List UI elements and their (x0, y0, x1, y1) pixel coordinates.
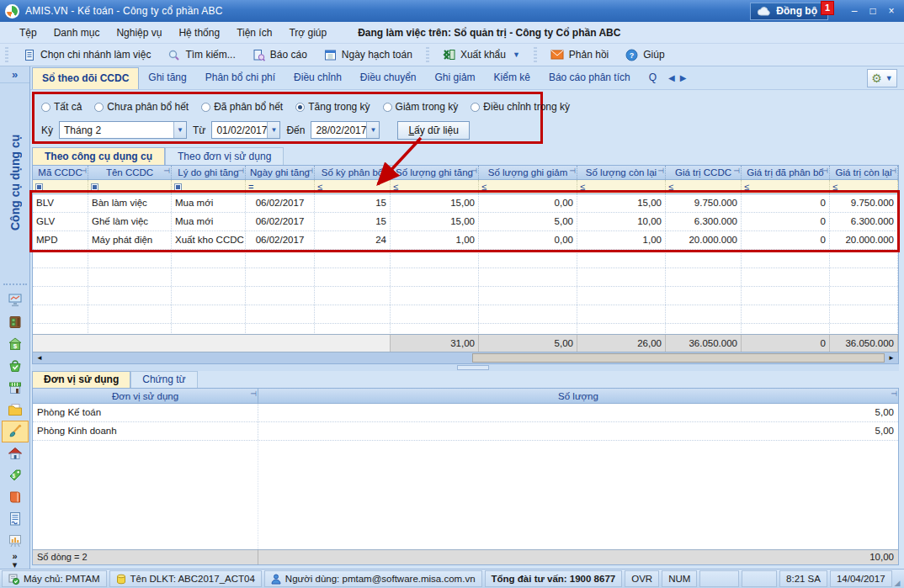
col-header-ma-ccdc[interactable]: Mã CCDC⊣ (33, 166, 88, 179)
table-row[interactable]: BLV Bàn làm việc Mua mới 06/02/2017 15 1… (33, 194, 898, 213)
period-select[interactable]: Tháng 2▼ (59, 121, 187, 139)
table-row[interactable]: GLV Ghế làm việc Mua mới 06/02/2017 15 1… (33, 213, 898, 231)
choose-branch-button[interactable]: Chọn chi nhánh làm việc (17, 47, 157, 63)
col-header-sl-ghi-giam[interactable]: Số lượng ghi giảm⊣ (479, 166, 577, 179)
close-button[interactable]: × (884, 3, 899, 19)
help-button[interactable]: ? Giúp (619, 47, 671, 63)
col-header-sl-ghi-tang[interactable]: Số lượng ghi tăng⊣ (391, 166, 479, 179)
radio-da-phan-bo-het[interactable]: Đã phân bổ hết (201, 101, 283, 113)
scrollbar-thumb[interactable] (472, 353, 885, 363)
maximize-button[interactable]: □ (865, 3, 880, 19)
filter-cell[interactable] (88, 180, 172, 193)
radio-tang-trong-ky[interactable]: Tăng trong kỳ (295, 101, 370, 113)
radio-giam-trong-ky[interactable]: Giảm trong kỳ (383, 101, 459, 113)
menu-system[interactable]: Hệ thống (171, 24, 227, 41)
combo-arrow-icon[interactable]: ▼ (173, 122, 186, 138)
sidebar-item-sales[interactable] (2, 377, 29, 399)
splitter-handle-icon[interactable] (457, 365, 489, 370)
table-row[interactable]: MPD Máy phát điện Xuất kho CCDC 06/02/20… (33, 231, 898, 250)
sidebar-collapse-icon[interactable]: » (0, 66, 29, 83)
tab-scroll-left-icon[interactable]: ◀ (666, 67, 678, 89)
sidebar-item-price-book[interactable] (2, 486, 29, 508)
pin-icon[interactable]: ⊣ (657, 167, 664, 175)
sidebar-item-bank[interactable]: $ (2, 333, 29, 355)
tab-dieu-chinh[interactable]: Điều chỉnh (284, 67, 351, 89)
menu-help[interactable]: Trợ giúp (281, 24, 334, 41)
pin-icon[interactable]: ⊣ (891, 389, 897, 398)
detail-tab-chung-tu[interactable]: Chứng từ (130, 371, 197, 388)
minimize-button[interactable]: – (847, 3, 862, 19)
report-button[interactable]: Báo cáo (246, 47, 314, 63)
filter-cell[interactable] (33, 180, 88, 193)
detail-row[interactable]: Phòng Kế toán 5,00 (33, 404, 898, 422)
tab-phan-bo-chi-phi[interactable]: Phân bổ chi phí (196, 67, 284, 89)
detail-col-don-vi[interactable]: Đơn vị sử dụng⊣ (33, 389, 258, 403)
menu-catalog[interactable]: Danh mục (46, 24, 108, 41)
sidebar-item-cash[interactable] (2, 311, 29, 333)
pin-icon[interactable]: ⊣ (822, 167, 828, 175)
filter-box-icon[interactable] (174, 183, 182, 191)
col-header-sl-con-lai[interactable]: Số lượng còn lại⊣ (577, 166, 666, 179)
sidebar-item-purchase[interactable] (2, 355, 29, 377)
export-dropdown-arrow-icon[interactable]: ▼ (513, 50, 520, 59)
tab-scroll-right-icon[interactable]: ▶ (678, 67, 689, 89)
filter-cell[interactable]: ≤ (666, 180, 742, 193)
search-button[interactable]: Tìm kiếm... (161, 47, 242, 63)
sidebar-item-documents[interactable] (2, 508, 29, 530)
sidebar-module-label[interactable]: Công cụ dụng cụ (8, 83, 22, 282)
tab-kiem-ke[interactable]: Kiểm kê (485, 67, 540, 89)
menu-utilities[interactable]: Tiện ích (229, 24, 279, 41)
export-button[interactable]: Xuất khẩu ▼ (436, 47, 527, 62)
view-tab-theo-ccdc[interactable]: Theo công cụ dụng cụ (32, 147, 165, 165)
pin-icon[interactable]: ⊣ (733, 167, 740, 175)
combo-arrow-icon[interactable]: ▼ (267, 122, 279, 138)
horizontal-scrollbar[interactable]: ◄ ► (33, 352, 898, 363)
sidebar-overflow-icon[interactable]: »▾ (12, 552, 17, 569)
scroll-right-arrow-icon[interactable]: ► (885, 352, 898, 363)
col-header-gia-tri-da-phan-bo[interactable]: Giá trị đã phân bổ⊣ (742, 166, 830, 179)
filter-cell[interactable]: = (246, 180, 315, 193)
sidebar-item-tools[interactable] (2, 421, 29, 442)
col-header-gia-tri-ccdc[interactable]: Giá trị CCDC⊣ (666, 166, 742, 179)
filter-cell[interactable]: ≤ (742, 180, 830, 193)
sidebar-item-fixed-assets[interactable] (2, 442, 29, 464)
sidebar-item-dashboard[interactable] (2, 289, 29, 311)
detail-tab-don-vi-su-dung[interactable]: Đơn vị sử dụng (32, 371, 130, 388)
tab-ghi-tang[interactable]: Ghi tăng (139, 67, 195, 89)
sync-button[interactable]: Đồng bộ 1 (750, 3, 828, 20)
tab-ghi-giam[interactable]: Ghi giảm (426, 67, 485, 89)
tab-truncated[interactable]: Q (640, 67, 666, 89)
view-tab-theo-don-vi[interactable]: Theo đơn vị sử dụng (165, 147, 284, 165)
filter-cell[interactable]: ≤ (577, 180, 666, 193)
pin-icon[interactable]: ⊣ (237, 167, 244, 175)
filter-cell[interactable]: ≤ (391, 180, 479, 193)
filter-box-icon[interactable] (35, 183, 43, 191)
from-date-input[interactable]: 01/02/2017▼ (211, 121, 280, 139)
col-header-so-ky-phan-bo[interactable]: Số kỳ phân bổ⊣ (315, 166, 391, 179)
col-header-ten-ccdc[interactable]: Tên CCDC⊣ (88, 166, 172, 179)
to-date-input[interactable]: 28/02/2017▼ (311, 121, 380, 139)
pin-icon[interactable]: ⊣ (80, 167, 87, 175)
detail-col-so-luong[interactable]: Số lượng⊣ (258, 389, 898, 403)
tab-dieu-chuyen[interactable]: Điều chuyển (351, 67, 426, 89)
panel-splitter[interactable] (32, 364, 899, 371)
scroll-left-arrow-icon[interactable]: ◄ (33, 352, 46, 363)
col-header-ly-do[interactable]: Lý do ghi tăng⊣ (172, 166, 246, 179)
sidebar-item-warehouse[interactable] (2, 399, 29, 421)
sidebar-item-tax[interactable]: $ (2, 464, 29, 486)
detail-row[interactable]: Phòng Kinh doanh 5,00 (33, 422, 898, 441)
filter-cell[interactable]: ≤ (479, 180, 577, 193)
radio-chua-phan-bo-het[interactable]: Chưa phân bổ hết (94, 101, 189, 113)
posting-date-button[interactable]: Ngày hạch toán (317, 47, 419, 63)
pin-icon[interactable]: ⊣ (382, 167, 389, 175)
filter-cell[interactable] (172, 180, 246, 193)
pin-icon[interactable]: ⊣ (250, 389, 257, 398)
sidebar-item-report-analysis[interactable] (2, 530, 29, 552)
radio-dieu-chinh-trong-ky[interactable]: Điều chỉnh trong kỳ (471, 101, 570, 113)
filter-box-icon[interactable] (91, 183, 98, 191)
pin-icon[interactable]: ⊣ (471, 167, 477, 175)
combo-arrow-icon[interactable]: ▼ (366, 122, 379, 138)
menu-file[interactable]: Tệp (12, 24, 45, 41)
pin-icon[interactable]: ⊣ (306, 167, 313, 175)
tab-so-theo-doi-ccdc[interactable]: Sổ theo dõi CCDC (32, 67, 139, 89)
